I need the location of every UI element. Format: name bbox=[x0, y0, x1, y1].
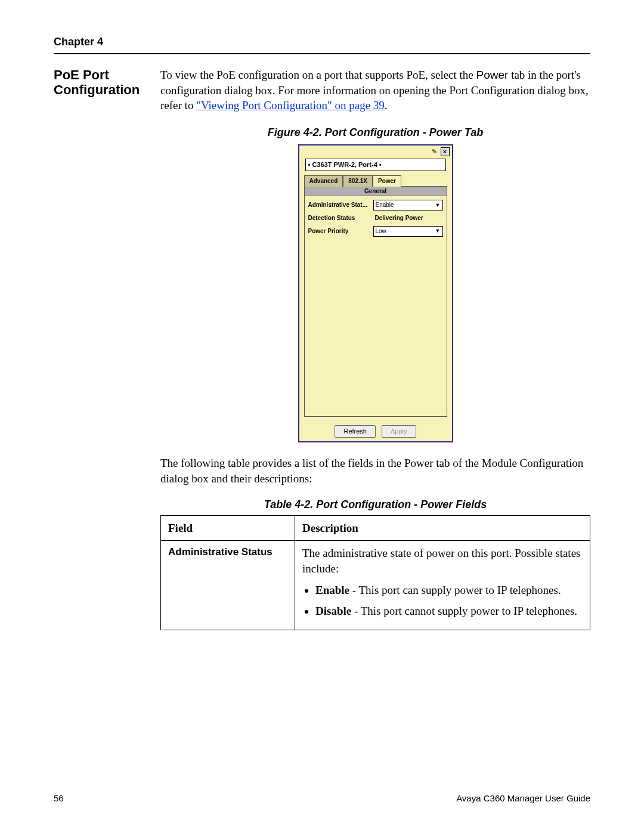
desc-bullet-enable: Enable - This port can supply power to I… bbox=[315, 583, 583, 598]
tab-power[interactable]: Power bbox=[373, 175, 401, 187]
chapter-header: Chapter 4 bbox=[54, 36, 590, 48]
th-description: Description bbox=[295, 515, 590, 541]
doc-title: Avaya C360 Manager User Guide bbox=[456, 793, 590, 803]
figure-caption: Figure 4-2. Port Configuration - Power T… bbox=[160, 125, 590, 140]
table-intro-paragraph: The following table provides a list of t… bbox=[160, 456, 590, 486]
refresh-button[interactable]: Refresh bbox=[335, 425, 376, 438]
intro-text-a: To view the PoE configuration on a port … bbox=[160, 69, 476, 81]
close-icon[interactable]: × bbox=[441, 147, 450, 156]
detection-status-value: Delivering Power bbox=[373, 214, 443, 222]
viewing-port-config-link[interactable]: "Viewing Port Configuration" on page 39 bbox=[196, 99, 385, 112]
intro-paragraph: To view the PoE configuration on a port … bbox=[160, 67, 590, 113]
th-field: Field bbox=[161, 515, 295, 541]
intro-power-word: Power bbox=[476, 69, 509, 81]
bullet-disable-label: Disable bbox=[315, 605, 351, 617]
bullet-enable-text: - This port can supply power to IP telep… bbox=[349, 584, 561, 596]
detection-status-label: Detection Status bbox=[308, 214, 371, 222]
apply-button[interactable]: Apply bbox=[382, 425, 416, 438]
bullet-enable-label: Enable bbox=[315, 584, 349, 596]
admin-status-label: Administrative Stat... bbox=[308, 201, 371, 209]
dialog-title: • C363T PWR-2, Port-4 • bbox=[305, 159, 446, 171]
desc-bullet-disable: Disable - This port cannot supply power … bbox=[315, 603, 583, 619]
table-caption: Table 4-2. Port Configuration - Power Fi… bbox=[160, 497, 590, 512]
power-priority-label: Power Priority bbox=[308, 227, 371, 236]
table-row: Administrative Status The administrative… bbox=[161, 541, 590, 630]
pin-icon[interactable]: ✎ bbox=[431, 148, 438, 156]
page-number: 56 bbox=[54, 793, 64, 803]
section-header-general: General bbox=[305, 187, 447, 197]
header-rule bbox=[54, 53, 590, 54]
tab-advanced[interactable]: Advanced bbox=[304, 175, 343, 187]
chevron-down-icon: ▼ bbox=[435, 227, 441, 234]
port-config-dialog: ✎ × • C363T PWR-2, Port-4 • Advanced 802… bbox=[298, 144, 453, 442]
section-heading: PoE Port Configuration bbox=[54, 67, 146, 98]
power-fields-table: Field Description Administrative Status … bbox=[160, 515, 590, 630]
desc-intro: The administrative state of power on thi… bbox=[302, 547, 580, 575]
tab-8021x[interactable]: 802.1X bbox=[343, 175, 373, 187]
power-priority-value: Low bbox=[376, 227, 386, 236]
admin-status-dropdown[interactable]: Enable ▼ bbox=[373, 200, 443, 210]
intro-text-c: . bbox=[385, 99, 388, 112]
bullet-disable-text: - This port cannot supply power to IP te… bbox=[351, 605, 577, 617]
admin-status-value: Enable bbox=[376, 201, 394, 209]
cell-description: The administrative state of power on thi… bbox=[295, 541, 590, 630]
power-priority-dropdown[interactable]: Low ▼ bbox=[373, 226, 443, 237]
chevron-down-icon: ▼ bbox=[435, 202, 441, 209]
cell-field-name: Administrative Status bbox=[161, 541, 295, 630]
